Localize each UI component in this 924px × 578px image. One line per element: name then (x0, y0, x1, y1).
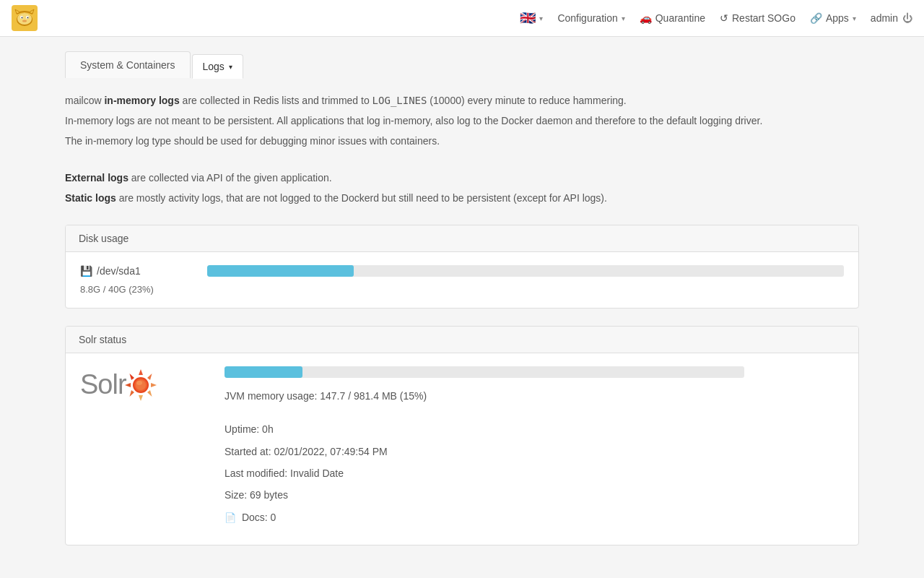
solr-logo: Solr (80, 366, 160, 404)
disk-progress-bar-container (207, 265, 844, 277)
solr-status-card: Solr status Solr (65, 326, 859, 545)
solr-last-modified: Last modified: Invalid Date (225, 465, 844, 481)
svg-point-5 (22, 17, 23, 19)
disk-usage-title: Disk usage (79, 233, 128, 244)
disk-usage-header: Disk usage (66, 225, 858, 252)
tab-system-containers-label: System & Containers (80, 59, 175, 71)
configuration-menu[interactable]: Configuration ▾ (557, 12, 624, 24)
apps-caret-icon: ▾ (853, 14, 856, 22)
info-section: mailcow in-memory logs are collected in … (65, 92, 859, 207)
solr-sun-icon (122, 366, 160, 404)
solr-status-header: Solr status (66, 327, 858, 353)
svg-point-7 (22, 20, 27, 22)
apps-label: Apps (826, 12, 849, 24)
solr-right: JVM memory usage: 147.7 / 981.4 MB (15%)… (225, 366, 844, 532)
brand (12, 5, 38, 31)
configuration-caret-icon: ▾ (622, 14, 625, 22)
tab-system-containers[interactable]: System & Containers (65, 51, 191, 78)
disk-usage-text: 8.8G / 40G (23%) (80, 284, 844, 295)
solr-started-at: Started at: 02/01/2022, 07:49:54 PM (225, 444, 844, 460)
disk-label: 💾 /dev/sda1 (80, 265, 196, 277)
power-icon: ⏻ (902, 12, 912, 24)
solr-wordmark: Solr (80, 369, 126, 400)
solr-progress-bar-container (225, 366, 744, 378)
admin-user[interactable]: admin ⏻ (871, 12, 912, 24)
restart-sogo-label: Restart SOGo (732, 12, 796, 24)
tab-logs[interactable]: Logs ▾ (192, 54, 243, 79)
disk-progress-bar-fill (207, 265, 354, 277)
tabs-container: System & Containers Logs ▾ (65, 51, 859, 78)
brand-logo-icon (12, 5, 38, 31)
svg-point-11 (136, 381, 142, 385)
info-line-3: The in-memory log type should be used fo… (65, 133, 859, 150)
hdd-icon: 💾 (80, 265, 92, 277)
tab-logs-caret-icon: ▾ (229, 63, 232, 71)
svg-point-6 (27, 17, 29, 19)
solr-jvm-memory: JVM memory usage: 147.7 / 981.4 MB (15%) (225, 388, 844, 404)
quarantine-link[interactable]: 🚗 Quarantine (640, 12, 705, 24)
solr-size: Size: 69 bytes (225, 487, 844, 503)
admin-label: admin (871, 12, 898, 24)
navbar-right: 🇬🇧 ▾ Configuration ▾ 🚗 Quarantine ↺ Rest… (520, 10, 912, 26)
apps-icon: 🔗 (810, 12, 822, 24)
quarantine-icon: 🚗 (640, 12, 652, 24)
info-line-2: In-memory logs are not meant to be persi… (65, 113, 859, 130)
apps-menu[interactable]: 🔗 Apps ▾ (810, 12, 856, 24)
disk-usage-card: Disk usage 💾 /dev/sda1 8.8G / 40G (23%) (65, 225, 859, 309)
configuration-label: Configuration (557, 12, 617, 24)
solr-body: Solr (66, 353, 858, 545)
info-line-1: mailcow in-memory logs are collected in … (65, 92, 859, 110)
solr-progress-container (225, 366, 844, 378)
tab-logs-label: Logs (203, 61, 225, 72)
navbar: 🇬🇧 ▾ Configuration ▾ 🚗 Quarantine ↺ Rest… (0, 0, 924, 37)
svg-point-2 (17, 13, 32, 25)
disk-usage-body: 💾 /dev/sda1 8.8G / 40G (23%) (66, 252, 858, 308)
docs-icon: 📄 (225, 512, 236, 523)
restart-icon: ↺ (720, 12, 728, 24)
restart-sogo-button[interactable]: ↺ Restart SOGo (720, 12, 796, 24)
quarantine-label: Quarantine (655, 12, 705, 24)
info-line-5: Static logs are mostly activity logs, th… (65, 190, 859, 207)
solr-uptime: Uptime: 0h (225, 421, 844, 437)
language-caret-icon: ▾ (539, 14, 543, 22)
info-line-4: External logs are collected via API of t… (65, 170, 859, 187)
solr-logo-area: Solr (80, 366, 196, 404)
solr-status-title: Solr status (79, 334, 126, 345)
solr-docs: 📄 Docs: 0 (225, 509, 844, 526)
flag-icon: 🇬🇧 (520, 10, 536, 26)
solr-progress-bar-fill (225, 366, 302, 378)
disk-row: 💾 /dev/sda1 (80, 265, 844, 277)
disk-device: /dev/sda1 (97, 265, 141, 277)
language-selector[interactable]: 🇬🇧 ▾ (520, 10, 543, 26)
content-area: System & Containers Logs ▾ mailcow in-me… (51, 37, 873, 577)
